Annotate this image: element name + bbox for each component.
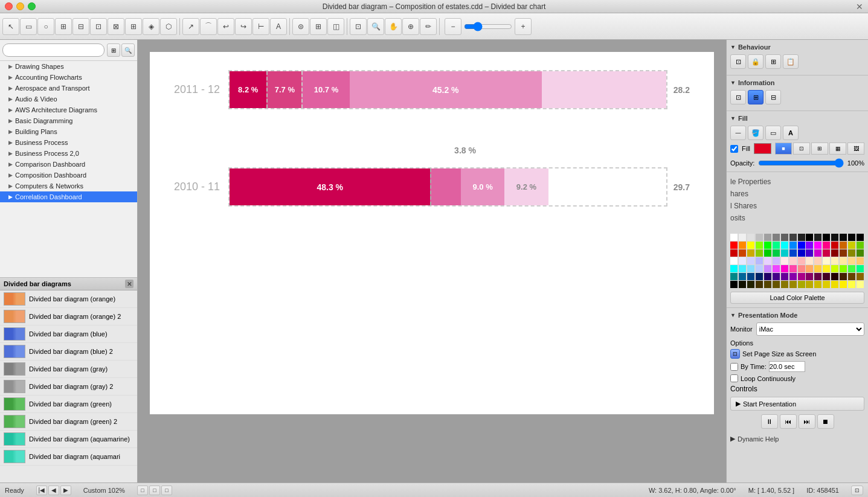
color-cell[interactable] [789, 265, 797, 272]
fit-page-btn[interactable]: ⊡ [350, 18, 367, 35]
color-cell[interactable] [756, 265, 763, 272]
page-btn-2[interactable]: □ [149, 486, 160, 495]
color-cell[interactable] [814, 265, 821, 272]
sidebar-item-business-process-2[interactable]: ▶ Business Process 2,0 [0, 148, 137, 159]
flow-tool-btn[interactable]: ⊞ [125, 18, 142, 35]
color-cell[interactable] [773, 265, 780, 272]
color-cell[interactable] [739, 273, 746, 280]
color-cell[interactable] [848, 273, 855, 280]
by-time-input[interactable] [769, 361, 805, 372]
color-cell[interactable] [773, 242, 780, 249]
color-cell[interactable] [823, 273, 830, 280]
color-cell[interactable] [764, 249, 771, 257]
opacity-slider[interactable] [758, 158, 844, 168]
color-cell[interactable] [806, 234, 813, 241]
shape-tool-btn[interactable]: ◈ [143, 18, 159, 35]
gradient-v-btn[interactable]: ⊞ [811, 143, 828, 155]
color-cell[interactable] [823, 234, 830, 241]
sidebar-item-building-plans[interactable]: ▶ Building Plans [0, 126, 137, 137]
sidebar-item-aws[interactable]: ▶ AWS Architecture Diagrams [0, 104, 137, 115]
size-btn[interactable]: ◫ [327, 18, 344, 35]
shape-item-6[interactable]: Divided bar diagram (green) [0, 396, 137, 413]
color-cell[interactable] [798, 249, 805, 257]
color-cell[interactable] [747, 257, 754, 265]
color-cell[interactable] [739, 242, 746, 249]
sidebar-item-audio-video[interactable]: ▶ Audio & Video [0, 94, 137, 104]
load-palette-btn[interactable]: Load Color Palette [730, 292, 864, 304]
color-cell[interactable] [823, 249, 830, 257]
color-cell[interactable] [764, 234, 771, 241]
align-tool-btn[interactable]: ⊜ [292, 18, 309, 35]
nav-next-btn[interactable]: ▶ [60, 486, 71, 495]
grid-view-btn[interactable]: ⊞ [107, 43, 120, 57]
shape-item-8[interactable]: Divided bar diagram (aquamarine) [0, 431, 137, 448]
color-cell[interactable] [773, 234, 780, 241]
pause-btn[interactable]: ⏸ [761, 414, 778, 429]
color-cell[interactable] [840, 281, 847, 288]
color-cell[interactable] [781, 242, 788, 249]
color-cell[interactable] [848, 249, 855, 257]
color-cell[interactable] [730, 234, 738, 241]
connector-btn[interactable]: ⊢ [252, 18, 269, 35]
color-cell[interactable] [831, 281, 838, 288]
color-cell[interactable] [840, 273, 847, 280]
color-cell[interactable] [857, 257, 864, 265]
color-cell[interactable] [756, 234, 763, 241]
sidebar-item-aerospace-transport[interactable]: ▶ Aerospace and Transport [0, 83, 137, 94]
color-cell[interactable] [739, 234, 746, 241]
color-cell[interactable] [789, 249, 797, 257]
color-cell[interactable] [848, 265, 855, 272]
color-cell[interactable] [773, 281, 780, 288]
color-cell[interactable] [730, 242, 738, 249]
color-cell[interactable] [781, 257, 788, 265]
pencil-btn[interactable]: ✏ [420, 18, 437, 35]
color-cell[interactable] [823, 281, 830, 288]
fill-border-btn[interactable]: ▭ [765, 126, 781, 140]
color-cell[interactable] [806, 273, 813, 280]
select-tool-btn[interactable]: ↖ [2, 18, 19, 35]
color-cell[interactable] [814, 273, 821, 280]
table-tool-btn[interactable]: ⊞ [55, 18, 72, 35]
color-cell[interactable] [747, 281, 754, 288]
color-cell[interactable] [857, 265, 864, 272]
nav-prev-btn[interactable]: ◀ [48, 486, 59, 495]
color-cell[interactable] [831, 249, 838, 257]
color-cell[interactable] [840, 234, 847, 241]
color-cell[interactable] [773, 257, 780, 265]
color-cell[interactable] [857, 281, 864, 288]
canvas-area[interactable]: 2011 - 12 8.2 % 7.7 % 10.7 % [138, 40, 726, 483]
color-cell[interactable] [739, 281, 746, 288]
text-tool-btn[interactable]: A [270, 18, 287, 35]
info-btn-1[interactable]: ⊡ [730, 90, 746, 104]
sidebar-item-composition-dashboard[interactable]: ▶ Composition Dashboard [0, 170, 137, 181]
close-button[interactable] [5, 2, 13, 10]
shape-item-7[interactable]: Divided bar diagram (green) 2 [0, 413, 137, 431]
info-btn-3[interactable]: ⊟ [765, 90, 781, 104]
color-cell[interactable] [857, 242, 864, 249]
search-btn[interactable]: 🔍 [121, 43, 135, 57]
color-cell[interactable] [756, 273, 763, 280]
color-cell[interactable] [857, 273, 864, 280]
color-cell[interactable] [798, 281, 805, 288]
pattern-btn[interactable]: ▦ [829, 143, 846, 155]
line-style-btn[interactable]: — [730, 126, 746, 140]
color-cell[interactable] [857, 234, 864, 241]
color-cell[interactable] [730, 249, 738, 257]
rect-tool-btn[interactable]: ▭ [20, 18, 37, 35]
sidebar-item-comparison-dashboard[interactable]: ▶ Comparison Dashboard [0, 159, 137, 170]
next-btn[interactable]: ⏭ [799, 414, 815, 429]
arrow-tool-btn[interactable]: ↗ [182, 18, 199, 35]
color-cell[interactable] [747, 234, 754, 241]
color-cell[interactable] [798, 234, 805, 241]
color-cell[interactable] [798, 242, 805, 249]
sidebar-item-drawing-shapes[interactable]: ▶ Drawing Shapes [0, 61, 137, 72]
gradient-h-btn[interactable]: ⊡ [793, 143, 810, 155]
sidebar-item-accounting-flowcharts[interactable]: ▶ Accounting Flowcharts [0, 72, 137, 83]
behaviour-btn-4[interactable]: 📋 [783, 54, 799, 69]
distribute-btn[interactable]: ⊞ [310, 18, 327, 35]
color-cell[interactable] [781, 265, 788, 272]
color-cell[interactable] [730, 281, 738, 288]
split-tool-btn[interactable]: ⊟ [72, 18, 89, 35]
color-cell[interactable] [739, 249, 746, 257]
polygon-tool-btn[interactable]: ⬡ [160, 18, 177, 35]
